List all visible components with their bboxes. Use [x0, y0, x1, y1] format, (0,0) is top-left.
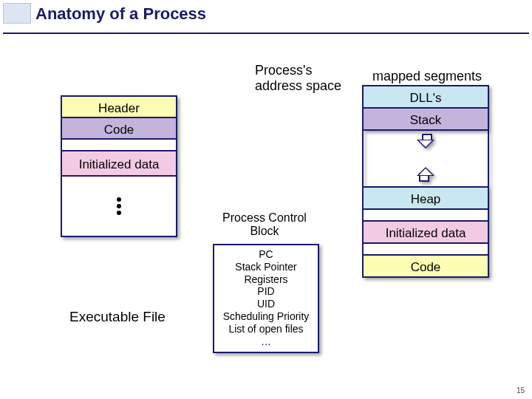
exe-header-cell: Header [61, 95, 177, 118]
address-space-column: DLL's Stack Heap Initialized data Code [362, 85, 489, 276]
pcb-item: Registers [216, 273, 316, 286]
mapped-segments-label: mapped segments [372, 69, 482, 84]
pcb-item: UID [216, 298, 316, 310]
title-underline [3, 33, 529, 34]
process-address-space-label-l1: Process's [255, 63, 366, 78]
exe-ellipsis [61, 175, 177, 237]
exe-initdata-cell: Initialized data [61, 150, 177, 177]
process-address-space-label-l2: address space [255, 78, 366, 94]
exe-code-cell: Code [61, 117, 177, 140]
addr-code-cell: Code [362, 254, 489, 278]
slide-title: Anatomy of a Process [35, 4, 206, 24]
executable-file-column: Header Code Initialized data [61, 95, 177, 236]
process-address-space-label: Process's address space [255, 63, 366, 94]
addr-heap-cell: Heap [362, 186, 489, 210]
pcb-item: PC [216, 248, 316, 261]
pcb-item: … [216, 335, 316, 348]
pcb-item: PID [216, 285, 316, 298]
pcb-item: Scheduling Priority [216, 310, 316, 323]
pcb-title-l2: Block [222, 225, 307, 238]
addr-stack-cell: Stack [362, 107, 489, 131]
pcb-box: PC Stack Pointer Registers PID UID Sched… [213, 244, 319, 353]
executable-file-label: Executable File [69, 309, 166, 325]
pcb-title: Process Control Block [222, 211, 307, 238]
pcb-item: List of open files [216, 323, 316, 335]
addr-gap [362, 129, 489, 186]
page-number: 15 [516, 386, 525, 395]
pcb-item: Stack Pointer [216, 261, 316, 273]
arrow-down-icon [417, 134, 434, 149]
addr-dlls-cell: DLL's [362, 85, 489, 109]
arrow-up-icon [417, 167, 434, 182]
corner-decoration [3, 3, 31, 24]
addr-initdata-cell: Initialized data [362, 220, 489, 244]
pcb-title-l1: Process Control [222, 211, 307, 225]
